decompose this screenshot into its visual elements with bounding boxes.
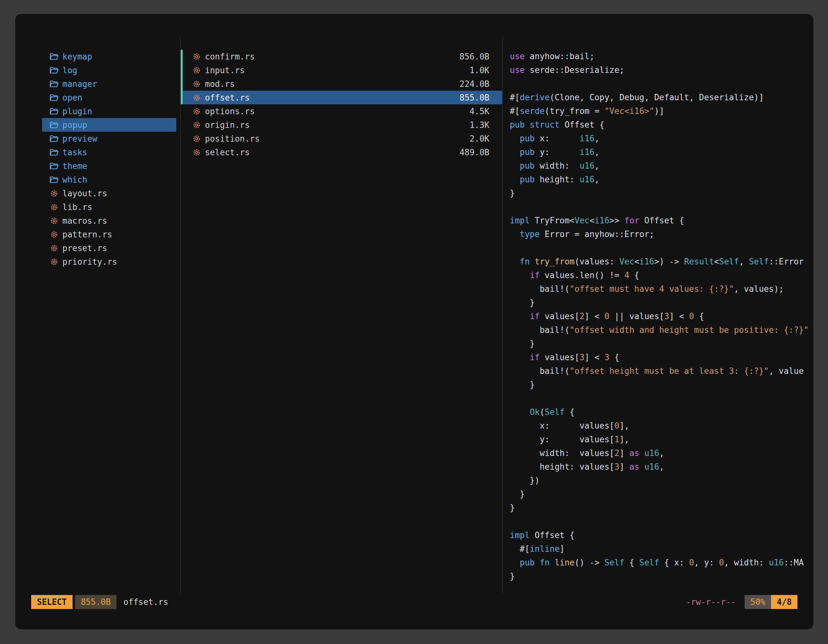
- dir-row[interactable]: tasks: [42, 146, 176, 159]
- file-row[interactable]: origin.rs1.3K: [181, 118, 502, 132]
- code-line: }: [510, 501, 813, 515]
- dir-row[interactable]: plugin: [42, 104, 176, 118]
- code-line: type Error = anyhow::Error;: [510, 227, 813, 241]
- code-line: [510, 241, 813, 255]
- code-line: if values.len() != 4 {: [510, 268, 813, 282]
- code-line: pub width: u16,: [510, 159, 813, 173]
- rust-file-icon: [192, 53, 201, 61]
- file-row[interactable]: pattern.rs: [42, 227, 176, 241]
- code-line: }: [510, 570, 813, 583]
- file-row[interactable]: mod.rs224.0B: [181, 77, 502, 91]
- dir-row[interactable]: manager: [42, 77, 176, 91]
- code-line: }: [510, 487, 813, 501]
- file-name: layout.rs: [63, 189, 107, 198]
- code-line: bail!("offset height must be at least 3:…: [510, 364, 813, 378]
- file-row[interactable]: layout.rs: [42, 186, 176, 200]
- file-size: 855.0B: [459, 93, 489, 102]
- code-line: height: values[3] as u16,: [510, 460, 813, 474]
- open-folder-icon: [50, 94, 58, 102]
- file-name: preset.rs: [63, 243, 107, 253]
- file-size: 489.0B: [459, 147, 489, 157]
- dir-row[interactable]: open: [42, 91, 176, 104]
- file-name: input.rs: [205, 66, 245, 75]
- code-line: fn try_from(values: Vec<i16>) -> Result<…: [510, 255, 813, 268]
- file-permissions: -rw-r--r--: [686, 597, 736, 607]
- file-size-badge: 855.0B: [75, 595, 116, 609]
- file-name: pattern.rs: [63, 230, 112, 239]
- file-size: 856.0B: [459, 52, 489, 61]
- status-bar: SELECT 855.0B offset.rs -rw-r--r-- 50% 4…: [15, 595, 813, 609]
- code-line: impl TryFrom<Vec<i16>> for Offset {: [510, 214, 813, 227]
- rust-file-icon: [50, 217, 58, 225]
- code-line: Ok(Self {: [510, 405, 813, 419]
- rust-file-icon: [192, 80, 201, 88]
- rust-file-icon: [192, 66, 201, 74]
- open-folder-icon: [50, 66, 58, 74]
- scrollbar-thumb[interactable]: [181, 50, 183, 104]
- rust-file-icon: [50, 244, 58, 252]
- file-row[interactable]: priority.rs: [42, 255, 176, 268]
- file-size: 4.5K: [469, 107, 489, 116]
- code-line: [510, 515, 813, 528]
- file-row[interactable]: macros.rs: [42, 214, 176, 227]
- file-row[interactable]: input.rs1.0K: [181, 63, 502, 77]
- dir-row[interactable]: which: [42, 173, 176, 186]
- dir-row[interactable]: keymap: [42, 50, 176, 63]
- dir-name: keymap: [63, 52, 92, 61]
- status-filename: offset.rs: [124, 597, 168, 607]
- dir-name: manager: [63, 79, 97, 89]
- dir-row[interactable]: preview: [42, 132, 176, 146]
- code-line: #[serde(try_from = "Vec<i16>")]: [510, 104, 813, 118]
- rust-file-icon: [192, 94, 201, 102]
- mode-badge: SELECT: [31, 595, 72, 609]
- code-line: [510, 77, 813, 91]
- rust-file-icon: [192, 107, 201, 116]
- code-line: pub struct Offset {: [510, 118, 813, 132]
- code-line: }): [510, 474, 813, 487]
- open-folder-icon: [50, 135, 58, 143]
- file-row[interactable]: position.rs2.0K: [181, 132, 502, 146]
- file-name: lib.rs: [63, 202, 92, 212]
- code-line: #[derive(Clone, Copy, Debug, Default, De…: [510, 91, 813, 104]
- code-line: pub height: u16,: [510, 173, 813, 186]
- file-row[interactable]: options.rs4.5K: [181, 104, 502, 118]
- file-row[interactable]: offset.rs855.0B: [181, 91, 502, 104]
- current-pane-list: confirm.rs856.0Binput.rs1.0Kmod.rs224.0B…: [181, 50, 502, 159]
- parent-pane-list: keymaplogmanageropenpluginpopuppreviewta…: [15, 50, 180, 268]
- code-line: y: values[1],: [510, 433, 813, 447]
- open-folder-icon: [50, 148, 58, 157]
- file-row[interactable]: preset.rs: [42, 241, 176, 255]
- code-line: }: [510, 337, 813, 351]
- code-line: bail!("offset width and height must be p…: [510, 323, 813, 337]
- code-line: [510, 200, 813, 214]
- code-line: pub x: i16,: [510, 132, 813, 146]
- dir-row[interactable]: popup: [42, 118, 176, 132]
- open-folder-icon: [50, 53, 58, 61]
- code-line: }: [510, 296, 813, 310]
- dir-row[interactable]: theme: [42, 159, 176, 173]
- rust-file-icon: [192, 121, 201, 129]
- dir-name: tasks: [63, 147, 87, 157]
- dir-name: preview: [63, 134, 97, 144]
- file-name: options.rs: [205, 107, 255, 116]
- file-row[interactable]: select.rs489.0B: [181, 146, 502, 159]
- open-folder-icon: [50, 107, 58, 116]
- file-name: origin.rs: [205, 120, 250, 130]
- parent-pane: keymaplogmanageropenpluginpopuppreviewta…: [15, 37, 180, 593]
- file-name: position.rs: [205, 134, 260, 144]
- file-row[interactable]: lib.rs: [42, 200, 176, 214]
- code-line: use anyhow::bail;: [510, 50, 813, 63]
- dir-row[interactable]: log: [42, 63, 176, 77]
- file-row[interactable]: confirm.rs856.0B: [181, 50, 502, 63]
- panes: keymaplogmanageropenpluginpopuppreviewta…: [15, 37, 813, 593]
- code-line: pub fn line() -> Self { Self { x: 0, y: …: [510, 556, 813, 570]
- dir-name: open: [63, 93, 82, 102]
- code-line: #[inline]: [510, 542, 813, 556]
- rust-file-icon: [50, 230, 58, 239]
- file-size: 2.0K: [469, 134, 489, 144]
- open-folder-icon: [50, 162, 58, 170]
- code-line: x: values[0],: [510, 419, 813, 433]
- yazi-file-manager-window: keymaplogmanageropenpluginpopuppreviewta…: [15, 14, 813, 629]
- rust-file-icon: [50, 203, 58, 211]
- open-folder-icon: [50, 175, 58, 184]
